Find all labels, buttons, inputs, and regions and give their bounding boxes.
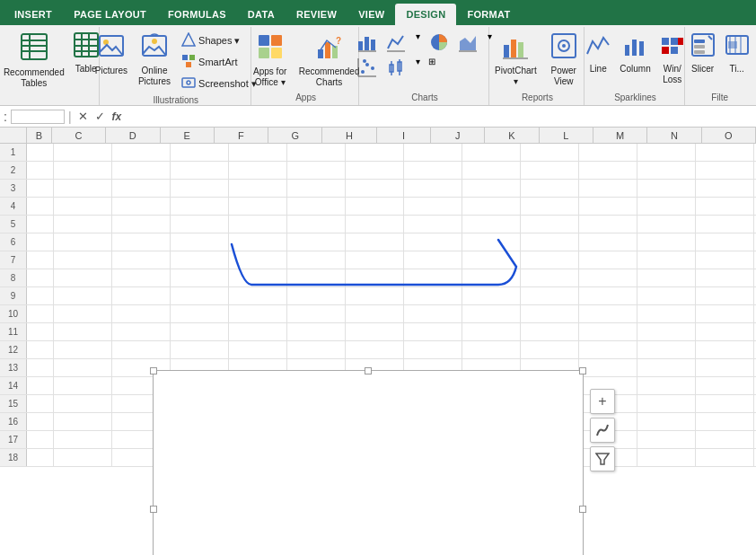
cell[interactable]: [27, 431, 54, 448]
cell[interactable]: [27, 341, 54, 358]
tab-design[interactable]: DESIGN: [395, 4, 456, 25]
col-header-H[interactable]: H: [322, 128, 376, 143]
cell[interactable]: [462, 251, 521, 269]
cell[interactable]: [27, 216, 54, 233]
cell[interactable]: [579, 216, 637, 233]
cell[interactable]: [229, 305, 287, 322]
line-chart-button[interactable]: [382, 31, 409, 54]
cell[interactable]: [462, 305, 521, 322]
cell[interactable]: [346, 323, 404, 340]
cell[interactable]: [171, 233, 229, 251]
cell[interactable]: [404, 269, 462, 286]
cell[interactable]: [27, 449, 54, 466]
cell[interactable]: [112, 341, 171, 358]
stock-chart-button[interactable]: [382, 56, 409, 79]
bar-chart-button[interactable]: [354, 31, 381, 54]
cell[interactable]: [404, 341, 462, 358]
chart-styles-button[interactable]: [590, 418, 615, 443]
cell[interactable]: [462, 233, 521, 251]
cell[interactable]: [696, 198, 754, 215]
cell[interactable]: [54, 269, 112, 286]
formula-input[interactable]: [127, 110, 752, 123]
tab-format[interactable]: FORMAT: [456, 4, 521, 25]
cell[interactable]: [346, 305, 404, 322]
cell[interactable]: [54, 162, 112, 179]
cell[interactable]: [229, 323, 287, 340]
cell[interactable]: [521, 341, 579, 358]
pictures-button[interactable]: Pictures: [92, 31, 131, 78]
apps-for-office-button[interactable]: Apps forOffice ▾: [249, 31, 292, 90]
cell[interactable]: [27, 359, 54, 376]
chart-filters-button[interactable]: [590, 446, 615, 471]
col-header-M[interactable]: M: [593, 128, 647, 143]
slicer-button[interactable]: Slicer: [687, 31, 719, 76]
col-header-I[interactable]: I: [377, 128, 431, 143]
cell[interactable]: [112, 216, 171, 233]
cell[interactable]: [287, 233, 346, 251]
cell[interactable]: [229, 233, 287, 251]
cell[interactable]: [112, 305, 171, 322]
cell[interactable]: [404, 233, 462, 251]
cell[interactable]: [521, 162, 579, 179]
cell[interactable]: [462, 162, 521, 179]
cell[interactable]: [637, 269, 696, 286]
cell[interactable]: [346, 162, 404, 179]
cell[interactable]: [229, 162, 287, 179]
cell[interactable]: [229, 287, 287, 304]
cell[interactable]: [637, 305, 696, 322]
cell[interactable]: [112, 287, 171, 304]
cell[interactable]: [404, 251, 462, 269]
cell[interactable]: [171, 251, 229, 269]
cell[interactable]: [171, 305, 229, 322]
cell[interactable]: [579, 251, 637, 269]
cell[interactable]: [229, 251, 287, 269]
cell[interactable]: [229, 198, 287, 215]
cell[interactable]: [404, 180, 462, 197]
cell[interactable]: [579, 162, 637, 179]
area-chart-button[interactable]: [454, 31, 481, 54]
cell[interactable]: [637, 162, 696, 179]
cell[interactable]: [287, 323, 346, 340]
col-header-N[interactable]: N: [647, 128, 701, 143]
cell[interactable]: [521, 323, 579, 340]
cell[interactable]: [346, 287, 404, 304]
cell[interactable]: [637, 323, 696, 340]
cell[interactable]: [346, 180, 404, 197]
cell[interactable]: [112, 251, 171, 269]
cell[interactable]: [112, 180, 171, 197]
cell[interactable]: [27, 377, 54, 394]
cell[interactable]: [346, 233, 404, 251]
cell[interactable]: [637, 233, 696, 251]
cell[interactable]: [229, 180, 287, 197]
cell[interactable]: [462, 180, 521, 197]
cell[interactable]: [579, 144, 637, 161]
cell[interactable]: [229, 269, 287, 286]
cell[interactable]: [637, 449, 696, 466]
cell[interactable]: [112, 162, 171, 179]
timeline-button[interactable]: Ti...: [721, 31, 753, 76]
cell[interactable]: [404, 162, 462, 179]
cell[interactable]: [696, 144, 754, 161]
col-header-D[interactable]: D: [106, 128, 160, 143]
cell[interactable]: [404, 198, 462, 215]
cell[interactable]: [462, 341, 521, 358]
cell[interactable]: [579, 287, 637, 304]
cell[interactable]: [579, 323, 637, 340]
cell[interactable]: [579, 180, 637, 197]
cell[interactable]: [696, 395, 754, 412]
cell[interactable]: [637, 144, 696, 161]
cell[interactable]: [696, 180, 754, 197]
cell[interactable]: [112, 323, 171, 340]
cell[interactable]: [696, 305, 754, 322]
cell[interactable]: [54, 341, 112, 358]
cell[interactable]: [287, 305, 346, 322]
cell[interactable]: [637, 216, 696, 233]
cell[interactable]: [27, 269, 54, 286]
cell[interactable]: [54, 413, 112, 430]
cell[interactable]: [521, 198, 579, 215]
cell[interactable]: [229, 144, 287, 161]
cell[interactable]: [637, 395, 696, 412]
cell[interactable]: [346, 198, 404, 215]
fx-icon[interactable]: fx: [110, 110, 125, 124]
cell[interactable]: [521, 287, 579, 304]
